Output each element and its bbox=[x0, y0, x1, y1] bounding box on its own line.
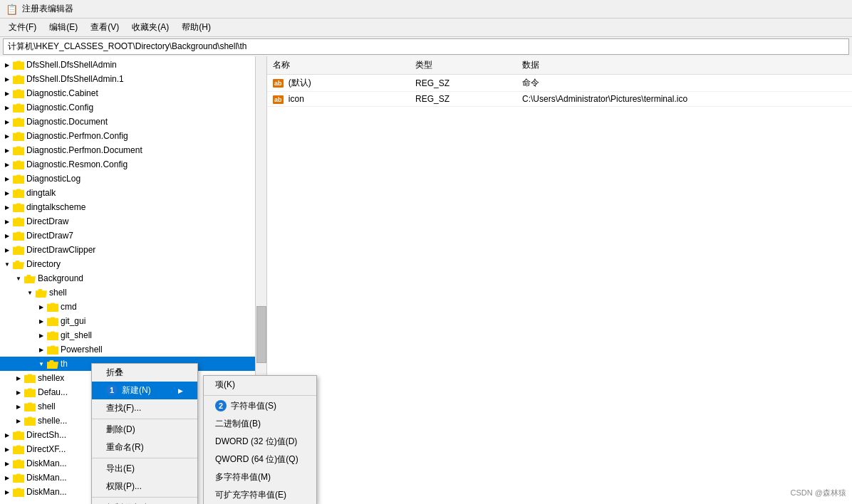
expand-defau[interactable] bbox=[13, 387, 24, 398]
expand-background[interactable] bbox=[13, 273, 24, 284]
context-copy-name[interactable]: 复制项名称(C) bbox=[92, 499, 197, 504]
tree-label: DfsShell.DfsShellAdmin bbox=[26, 60, 117, 70]
submenu-expand-string[interactable]: 可扩充字符串值(E) bbox=[204, 486, 316, 504]
context-rename[interactable]: 重命名(R) bbox=[92, 439, 197, 456]
tree-item-diagnostic-document[interactable]: Diagnostic.Document bbox=[0, 115, 266, 129]
expand-powershell[interactable] bbox=[36, 344, 47, 355]
expand-btn[interactable] bbox=[1, 88, 13, 99]
app-title: 注册表编辑器 bbox=[22, 3, 73, 15]
tree-item-perfmon-config[interactable]: Diagnostic.Perfmon.Config bbox=[0, 129, 266, 143]
context-collapse[interactable]: 折叠 bbox=[92, 364, 197, 382]
expand-directsh[interactable] bbox=[1, 429, 13, 441]
expand-dfsshell[interactable] bbox=[1, 59, 13, 70]
expand-btn[interactable] bbox=[1, 216, 13, 227]
tree-item-directdraw[interactable]: DirectDraw bbox=[0, 214, 266, 229]
folder-icon bbox=[13, 131, 24, 141]
tree-item-resmon-config[interactable]: Diagnostic.Resmon.Config bbox=[0, 157, 266, 172]
expand-btn[interactable] bbox=[1, 130, 13, 142]
folder-icon bbox=[47, 359, 58, 369]
tree-item-dingtalk[interactable]: dingtalk bbox=[0, 186, 266, 200]
table-row[interactable]: ab icon REG_SZ C:\Users\Administrator\Pi… bbox=[267, 92, 852, 107]
menu-help[interactable]: 帮助(H) bbox=[176, 20, 217, 35]
folder-icon bbox=[24, 273, 36, 283]
expand-shell2[interactable] bbox=[13, 401, 24, 412]
tree-label: git_gui bbox=[61, 316, 85, 326]
cell-type: REG_SZ bbox=[410, 75, 516, 92]
tree-item-powershell[interactable]: Powershell bbox=[0, 342, 266, 357]
tree-item-dingtalkscheme[interactable]: dingtalkscheme bbox=[0, 200, 266, 214]
submenu-key[interactable]: 项(K) bbox=[204, 376, 316, 394]
expand-diskman3[interactable] bbox=[1, 486, 13, 498]
tree-item-diagnostic-config[interactable]: Diagnostic.Config bbox=[0, 100, 266, 115]
expand-th[interactable] bbox=[36, 358, 47, 369]
watermark: CSDN @森林猿 bbox=[791, 488, 846, 498]
tree-label: git_shell bbox=[61, 330, 92, 340]
submenu-qword-value[interactable]: QWORD (64 位)值(Q) bbox=[204, 451, 316, 468]
expand-shellex[interactable] bbox=[13, 372, 24, 384]
scrollbar-thumb[interactable] bbox=[256, 306, 266, 363]
menu-edit[interactable]: 编辑(E) bbox=[43, 20, 83, 35]
tree-label: DfsShell.DfsShellAdmin.1 bbox=[26, 74, 124, 84]
tree-item-dfsshell1[interactable]: DfsShell.DfsShellAdmin.1 bbox=[0, 72, 266, 86]
context-permissions[interactable]: 权限(P)... bbox=[92, 478, 197, 495]
expand-shelle[interactable] bbox=[13, 415, 24, 426]
tree-item-directdrawclipper[interactable]: DirectDrawClipper bbox=[0, 243, 266, 257]
separator bbox=[204, 395, 316, 396]
expand-btn[interactable] bbox=[1, 159, 13, 170]
badge-2: 2 bbox=[215, 400, 227, 411]
expand-cmd[interactable] bbox=[36, 301, 47, 313]
expand-diskman1[interactable] bbox=[1, 458, 13, 469]
tree-item-shell[interactable]: shell bbox=[0, 285, 266, 300]
expand-btn[interactable] bbox=[1, 201, 13, 213]
tree-label: Diagnostic.Perfmon.Document bbox=[26, 145, 142, 155]
table-row[interactable]: ab (默认) REG_SZ 命令 bbox=[267, 75, 852, 92]
expand-git-gui[interactable] bbox=[36, 315, 47, 327]
expand-btn[interactable] bbox=[1, 116, 13, 127]
expand-btn[interactable] bbox=[1, 173, 13, 184]
expand-dfsshell1[interactable] bbox=[1, 73, 13, 85]
expand-shell[interactable] bbox=[24, 287, 36, 298]
expand-git-shell[interactable] bbox=[36, 330, 47, 341]
context-export[interactable]: 导出(E) bbox=[92, 460, 197, 478]
col-name[interactable]: 名称 bbox=[267, 56, 410, 75]
expand-directxf[interactable] bbox=[1, 443, 13, 455]
submenu-binary-value[interactable]: 二进制值(B) bbox=[204, 415, 316, 433]
expand-btn[interactable] bbox=[1, 102, 13, 113]
tree-item-dfsshell[interactable]: DfsShell.DfsShellAdmin bbox=[0, 58, 266, 72]
tree-item-background[interactable]: Background bbox=[0, 271, 266, 285]
tree-item-directdraw7[interactable]: DirectDraw7 bbox=[0, 229, 266, 243]
tree-item-diagnosticlog[interactable]: DiagnosticLog bbox=[0, 172, 266, 186]
breadcrumb[interactable]: 计算机\HKEY_CLASSES_ROOT\Directory\Backgrou… bbox=[3, 38, 849, 55]
expand-btn[interactable] bbox=[1, 187, 13, 199]
folder-icon bbox=[13, 430, 24, 440]
expand-btn[interactable] bbox=[1, 230, 13, 241]
folder-icon bbox=[13, 103, 24, 112]
tree-item-directory[interactable]: Directory bbox=[0, 257, 266, 271]
menu-bar: 文件(F) 编辑(E) 查看(V) 收藏夹(A) 帮助(H) bbox=[0, 19, 852, 37]
col-type[interactable]: 类型 bbox=[410, 56, 516, 75]
cell-name: ab icon bbox=[267, 92, 410, 107]
col-data[interactable]: 数据 bbox=[516, 56, 852, 75]
tree-item-git-gui[interactable]: git_gui bbox=[0, 314, 266, 328]
menu-favorites[interactable]: 收藏夹(A) bbox=[126, 20, 175, 35]
expand-diskman2[interactable] bbox=[1, 472, 13, 483]
expand-btn[interactable] bbox=[1, 145, 13, 156]
separator bbox=[92, 419, 197, 419]
expand-directory[interactable] bbox=[1, 258, 13, 270]
submenu-dword-value[interactable]: DWORD (32 位)值(D) bbox=[204, 433, 316, 451]
submenu-string-value[interactable]: 2 字符串值(S) bbox=[204, 397, 316, 415]
folder-icon bbox=[13, 188, 24, 198]
tree-item-git-shell[interactable]: git_shell bbox=[0, 328, 266, 342]
menu-view[interactable]: 查看(V) bbox=[85, 20, 125, 35]
context-delete[interactable]: 删除(D) bbox=[92, 421, 197, 439]
folder-icon bbox=[47, 345, 58, 355]
submenu-multi-string[interactable]: 多字符串值(M) bbox=[204, 468, 316, 486]
menu-file[interactable]: 文件(F) bbox=[3, 20, 42, 35]
context-new[interactable]: 1 新建(N) ▶ bbox=[92, 382, 197, 399]
tree-item-diagnostic-cabinet[interactable]: Diagnostic.Cabinet bbox=[0, 86, 266, 100]
expand-btn[interactable] bbox=[1, 244, 13, 256]
ab-icon: ab bbox=[273, 95, 284, 104]
tree-item-cmd[interactable]: cmd bbox=[0, 300, 266, 314]
tree-item-perfmon-document[interactable]: Diagnostic.Perfmon.Document bbox=[0, 143, 266, 157]
context-find[interactable]: 查找(F)... bbox=[92, 399, 197, 417]
